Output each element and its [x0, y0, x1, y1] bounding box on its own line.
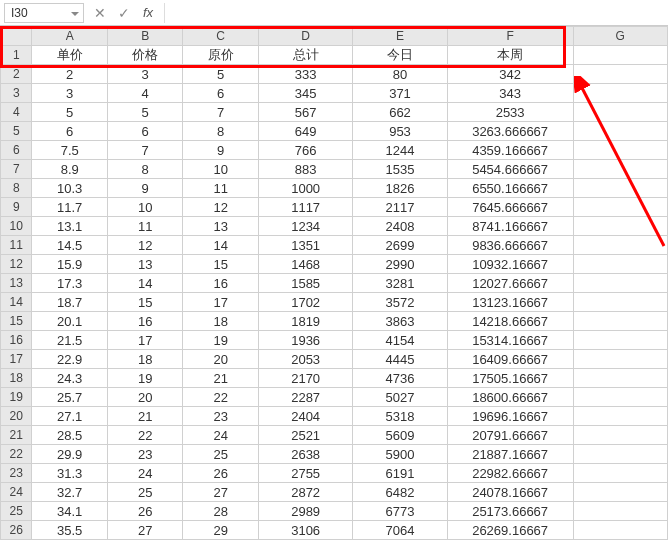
cell-A18[interactable]: 24.3 — [32, 369, 108, 388]
cell-E12[interactable]: 2990 — [353, 255, 447, 274]
cell-F19[interactable]: 18600.66667 — [447, 388, 573, 407]
cell-B4[interactable]: 5 — [107, 103, 183, 122]
cell-A7[interactable]: 8.9 — [32, 160, 108, 179]
cell-F10[interactable]: 8741.166667 — [447, 217, 573, 236]
cell-B13[interactable]: 14 — [107, 274, 183, 293]
cell-F16[interactable]: 15314.16667 — [447, 331, 573, 350]
cell-G12[interactable] — [573, 255, 667, 274]
cell-A8[interactable]: 10.3 — [32, 179, 108, 198]
cell-C14[interactable]: 17 — [183, 293, 259, 312]
cell-C26[interactable]: 29 — [183, 521, 259, 540]
cell-A20[interactable]: 27.1 — [32, 407, 108, 426]
name-box[interactable]: I30 — [4, 3, 84, 23]
cancel-button[interactable]: ✕ — [88, 1, 112, 25]
cell-G24[interactable] — [573, 483, 667, 502]
cell-D11[interactable]: 1351 — [258, 236, 352, 255]
cell-F3[interactable]: 343 — [447, 84, 573, 103]
col-header-G[interactable]: G — [573, 27, 667, 46]
cell-A4[interactable]: 5 — [32, 103, 108, 122]
cell-G10[interactable] — [573, 217, 667, 236]
cell-D10[interactable]: 1234 — [258, 217, 352, 236]
cell-F23[interactable]: 22982.66667 — [447, 464, 573, 483]
row-header[interactable]: 6 — [1, 141, 32, 160]
cell-A24[interactable]: 32.7 — [32, 483, 108, 502]
cell-C7[interactable]: 10 — [183, 160, 259, 179]
col-header-D[interactable]: D — [258, 27, 352, 46]
cell-F13[interactable]: 12027.66667 — [447, 274, 573, 293]
cell-B15[interactable]: 16 — [107, 312, 183, 331]
cell-B3[interactable]: 4 — [107, 84, 183, 103]
cell-D18[interactable]: 2170 — [258, 369, 352, 388]
cell-E22[interactable]: 5900 — [353, 445, 447, 464]
cell-G26[interactable] — [573, 521, 667, 540]
cell-C3[interactable]: 6 — [183, 84, 259, 103]
cell-F21[interactable]: 20791.66667 — [447, 426, 573, 445]
cell-C1[interactable]: 原价 — [183, 46, 259, 65]
row-header[interactable]: 22 — [1, 445, 32, 464]
cell-D15[interactable]: 1819 — [258, 312, 352, 331]
cell-B5[interactable]: 6 — [107, 122, 183, 141]
cell-A21[interactable]: 28.5 — [32, 426, 108, 445]
cell-F8[interactable]: 6550.166667 — [447, 179, 573, 198]
cell-B2[interactable]: 3 — [107, 65, 183, 84]
cell-G21[interactable] — [573, 426, 667, 445]
row-header[interactable]: 19 — [1, 388, 32, 407]
cell-A2[interactable]: 2 — [32, 65, 108, 84]
cell-C24[interactable]: 27 — [183, 483, 259, 502]
cell-D19[interactable]: 2287 — [258, 388, 352, 407]
cell-D8[interactable]: 1000 — [258, 179, 352, 198]
row-header[interactable]: 21 — [1, 426, 32, 445]
cell-B24[interactable]: 25 — [107, 483, 183, 502]
cell-B21[interactable]: 22 — [107, 426, 183, 445]
cell-G15[interactable] — [573, 312, 667, 331]
cell-D2[interactable]: 333 — [258, 65, 352, 84]
cell-F25[interactable]: 25173.66667 — [447, 502, 573, 521]
cell-E23[interactable]: 6191 — [353, 464, 447, 483]
cell-D4[interactable]: 567 — [258, 103, 352, 122]
cell-C18[interactable]: 21 — [183, 369, 259, 388]
cell-F24[interactable]: 24078.16667 — [447, 483, 573, 502]
cell-E4[interactable]: 662 — [353, 103, 447, 122]
row-header[interactable]: 20 — [1, 407, 32, 426]
cell-D7[interactable]: 883 — [258, 160, 352, 179]
cell-A13[interactable]: 17.3 — [32, 274, 108, 293]
cell-G23[interactable] — [573, 464, 667, 483]
cell-F4[interactable]: 2533 — [447, 103, 573, 122]
cell-C11[interactable]: 14 — [183, 236, 259, 255]
row-header[interactable]: 16 — [1, 331, 32, 350]
row-header[interactable]: 1 — [1, 46, 32, 65]
row-header[interactable]: 9 — [1, 198, 32, 217]
cell-A12[interactable]: 15.9 — [32, 255, 108, 274]
cell-C5[interactable]: 8 — [183, 122, 259, 141]
cell-C6[interactable]: 9 — [183, 141, 259, 160]
cell-A17[interactable]: 22.9 — [32, 350, 108, 369]
row-header[interactable]: 23 — [1, 464, 32, 483]
cell-D3[interactable]: 345 — [258, 84, 352, 103]
row-header[interactable]: 5 — [1, 122, 32, 141]
cell-D26[interactable]: 3106 — [258, 521, 352, 540]
cell-G17[interactable] — [573, 350, 667, 369]
cell-B23[interactable]: 24 — [107, 464, 183, 483]
cell-E10[interactable]: 2408 — [353, 217, 447, 236]
row-header[interactable]: 25 — [1, 502, 32, 521]
cell-A16[interactable]: 21.5 — [32, 331, 108, 350]
cell-C23[interactable]: 26 — [183, 464, 259, 483]
cell-B7[interactable]: 8 — [107, 160, 183, 179]
cell-A23[interactable]: 31.3 — [32, 464, 108, 483]
cell-F6[interactable]: 4359.166667 — [447, 141, 573, 160]
cell-B25[interactable]: 26 — [107, 502, 183, 521]
cell-C12[interactable]: 15 — [183, 255, 259, 274]
cell-F15[interactable]: 14218.66667 — [447, 312, 573, 331]
cell-G11[interactable] — [573, 236, 667, 255]
cell-C9[interactable]: 12 — [183, 198, 259, 217]
row-header[interactable]: 7 — [1, 160, 32, 179]
cell-E2[interactable]: 80 — [353, 65, 447, 84]
cell-C17[interactable]: 20 — [183, 350, 259, 369]
cell-A10[interactable]: 13.1 — [32, 217, 108, 236]
cell-C21[interactable]: 24 — [183, 426, 259, 445]
row-header[interactable]: 8 — [1, 179, 32, 198]
cell-G16[interactable] — [573, 331, 667, 350]
cell-A26[interactable]: 35.5 — [32, 521, 108, 540]
cell-A22[interactable]: 29.9 — [32, 445, 108, 464]
cell-F11[interactable]: 9836.666667 — [447, 236, 573, 255]
